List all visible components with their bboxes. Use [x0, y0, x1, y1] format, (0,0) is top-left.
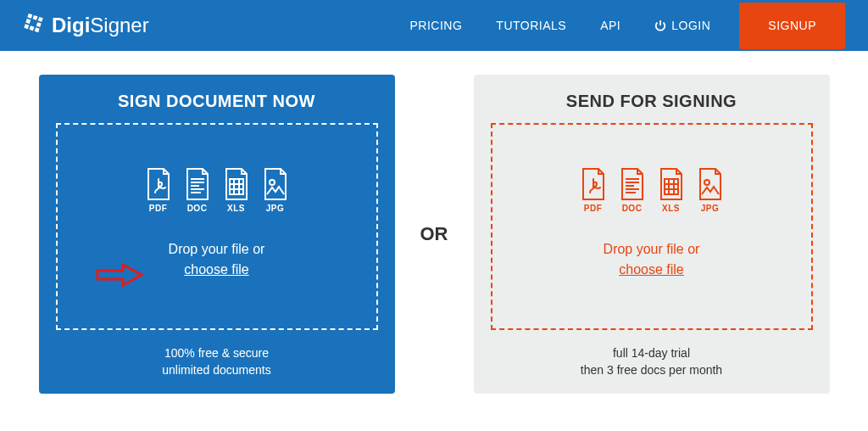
svg-rect-1	[33, 15, 38, 20]
xls-icon	[223, 167, 250, 201]
send-choose-file-link[interactable]: choose file	[619, 262, 684, 277]
pdf-icon	[580, 167, 607, 201]
jpg-icon	[262, 167, 289, 201]
svg-point-9	[704, 180, 709, 185]
svg-rect-3	[25, 19, 31, 24]
sign-document-card: SIGN DOCUMENT NOW PDF DOC XLS JPG	[39, 75, 395, 394]
power-icon	[654, 20, 666, 31]
send-dropzone[interactable]: PDF DOC XLS JPG Drop your file or choose…	[491, 123, 813, 330]
svg-rect-4	[36, 22, 42, 27]
send-for-signing-card: SEND FOR SIGNING PDF DOC XLS JPG	[474, 75, 830, 394]
sign-file-icons: PDF DOC XLS JPG	[58, 167, 376, 213]
arrow-annotation-icon	[95, 262, 146, 288]
logo-text: DigiSigner	[52, 14, 149, 37]
sign-choose-file-link[interactable]: choose file	[184, 262, 249, 277]
jpg-icon	[697, 167, 724, 201]
send-file-icons: PDF DOC XLS JPG	[492, 167, 811, 213]
logo-icon	[23, 14, 47, 37]
send-footer: full 14-day trial then 3 free docs per m…	[491, 345, 813, 378]
signup-button[interactable]: SIGNUP	[739, 3, 845, 49]
header-bar: DigiSigner PRICING TUTORIALS API LOGIN S…	[0, 0, 868, 51]
svg-rect-7	[35, 27, 40, 32]
svg-point-8	[270, 180, 275, 185]
logo[interactable]: DigiSigner	[23, 14, 149, 37]
nav: PRICING TUTORIALS API LOGIN SIGNUP	[393, 3, 846, 49]
pdf-icon	[145, 167, 172, 201]
svg-rect-5	[24, 24, 29, 29]
send-drop-text: Drop your file or	[492, 242, 811, 257]
svg-rect-0	[27, 14, 32, 19]
svg-rect-6	[30, 25, 35, 31]
send-card-title: SEND FOR SIGNING	[491, 92, 813, 111]
or-divider: OR	[420, 223, 448, 245]
doc-icon	[184, 167, 211, 201]
xls-icon	[658, 167, 685, 201]
sign-footer: 100% free & secure unlimited documents	[56, 345, 378, 378]
nav-login[interactable]: LOGIN	[637, 19, 727, 32]
doc-icon	[619, 167, 646, 201]
sign-card-title: SIGN DOCUMENT NOW	[56, 92, 378, 111]
sign-dropzone[interactable]: PDF DOC XLS JPG Drop your file or choose…	[56, 123, 378, 330]
main-content: SIGN DOCUMENT NOW PDF DOC XLS JPG	[0, 51, 868, 394]
nav-api[interactable]: API	[583, 19, 637, 32]
sign-drop-text: Drop your file or	[58, 242, 376, 257]
nav-pricing[interactable]: PRICING	[393, 19, 480, 32]
svg-rect-2	[38, 17, 43, 22]
nav-tutorials[interactable]: TUTORIALS	[479, 19, 583, 32]
